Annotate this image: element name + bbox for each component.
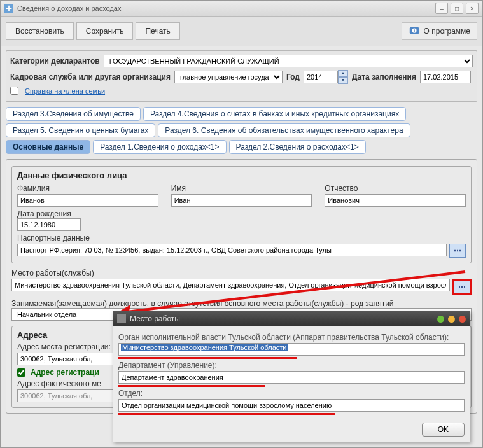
- window-title: Сведения о доходах и расходах: [17, 4, 121, 12]
- firstname-label: Имя: [171, 184, 312, 193]
- modal-title: Место работы: [130, 314, 180, 323]
- category-label: Категории декларантов: [10, 57, 100, 66]
- year-up[interactable]: ▲: [338, 70, 348, 77]
- svg-text:i: i: [414, 29, 415, 33]
- close-button[interactable]: ×: [466, 3, 479, 14]
- annotation-underline-2: [118, 385, 265, 387]
- tab-section4[interactable]: Раздел 4.Сведения о счетах в банках и ин…: [143, 107, 406, 121]
- year-input[interactable]: [304, 71, 338, 83]
- person-group-title: Данные физического лица: [17, 171, 466, 180]
- about-button[interactable]: i О программе: [402, 22, 477, 40]
- modal-dep-input[interactable]: [118, 371, 465, 384]
- tabstrip: Раздел 3.Сведения об имуществе Раздел 4.…: [6, 107, 477, 157]
- date-label: Дата заполнения: [352, 73, 416, 81]
- person-group: Данные физического лица Фамилия Имя Отче…: [11, 166, 472, 263]
- passport-ellipsis-button[interactable]: ⋯: [449, 244, 466, 258]
- save-button[interactable]: Сохранить: [76, 22, 134, 40]
- modal-org-label: Орган исполнительной власти Тульской обл…: [118, 333, 465, 342]
- same-addr-label: Адрес регистраци: [31, 368, 99, 377]
- minimize-button[interactable]: –: [435, 3, 448, 14]
- restore-button[interactable]: Восстановить: [6, 22, 74, 40]
- date-input[interactable]: [420, 71, 471, 83]
- modal-otd-input[interactable]: [118, 399, 465, 412]
- tab-section1[interactable]: Раздел 1.Сведения о доходах<1>: [93, 140, 226, 154]
- firstname-input[interactable]: [171, 194, 312, 207]
- patronymic-label: Отчество: [325, 184, 466, 193]
- reg-addr-label: Адрес места регистрации:: [17, 342, 111, 351]
- modal-org-value: Министерство здравоохранения Тульской об…: [121, 344, 288, 351]
- modal-icon: [117, 314, 126, 323]
- modal-dep-label: Департамент (Управление):: [118, 361, 465, 370]
- workplace-input[interactable]: [11, 279, 450, 291]
- info-icon: i: [409, 25, 420, 37]
- modal-titlebar: Место работы: [113, 312, 470, 326]
- year-label: Год: [286, 73, 300, 81]
- top-panel: Категории декларантов ГОСУДАРСТВЕННЫЙ ГР…: [6, 50, 477, 102]
- modal-close-icon[interactable]: [459, 316, 466, 323]
- passport-label: Паспортные данные: [17, 234, 90, 242]
- workplace-ellipsis-button[interactable]: ⋯: [452, 279, 472, 295]
- family-ref-link[interactable]: Справка на члена семьи: [25, 87, 105, 95]
- workplace-modal: Место работы Орган исполнительной власти…: [113, 311, 470, 442]
- app-icon: [4, 4, 13, 13]
- modal-otd-label: Отдел:: [118, 389, 465, 398]
- toolbar: Восстановить Сохранить Печать i О програ…: [1, 17, 482, 46]
- year-down[interactable]: ▼: [338, 77, 348, 84]
- tab-section2[interactable]: Раздел 2.Сведения о расходах<1>: [229, 140, 366, 154]
- tab-section5[interactable]: Раздел 5. Сведения о ценных бумагах: [6, 123, 155, 137]
- annotation-underline-3: [118, 413, 335, 415]
- modal-max-icon[interactable]: [448, 316, 455, 323]
- fact-addr-label: Адрес фактического ме: [17, 379, 101, 388]
- tab-section6[interactable]: Раздел 6. Сведения об обязательствах иму…: [158, 123, 410, 137]
- modal-min-icon[interactable]: [437, 316, 444, 323]
- annotation-underline-1: [118, 357, 297, 359]
- window-titlebar: Сведения о доходах и расходах – □ ×: [1, 1, 482, 17]
- print-button[interactable]: Печать: [136, 22, 179, 40]
- year-spinner[interactable]: ▲▼: [304, 70, 348, 84]
- dob-label: Дата рождения: [17, 209, 71, 218]
- passport-input[interactable]: [17, 244, 447, 256]
- org-label: Кадровая служба или другая организация: [10, 73, 171, 81]
- lastname-label: Фамилия: [17, 184, 158, 193]
- dob-input[interactable]: [17, 218, 81, 231]
- category-select[interactable]: ГОСУДАРСТВЕННЫЙ ГРАЖДАНСКИЙ СЛУЖАЩИЙ: [104, 55, 473, 67]
- position-label: Занимаемая(замещаемая) должность, в случ…: [11, 299, 394, 308]
- org-select[interactable]: главное управление госуда: [174, 71, 283, 83]
- tab-section3[interactable]: Раздел 3.Сведения об имуществе: [6, 107, 141, 121]
- family-ref-checkbox[interactable]: [10, 87, 18, 95]
- same-addr-checkbox[interactable]: [17, 368, 25, 377]
- workplace-label: Место работы(службы): [11, 269, 94, 277]
- lastname-input[interactable]: [17, 194, 158, 207]
- maximize-button[interactable]: □: [451, 3, 463, 14]
- modal-ok-button[interactable]: OK: [422, 423, 465, 437]
- about-label: О программе: [424, 27, 470, 36]
- patronymic-input[interactable]: [325, 194, 466, 207]
- tab-main[interactable]: Основные данные: [6, 140, 90, 154]
- svg-rect-6: [117, 314, 126, 323]
